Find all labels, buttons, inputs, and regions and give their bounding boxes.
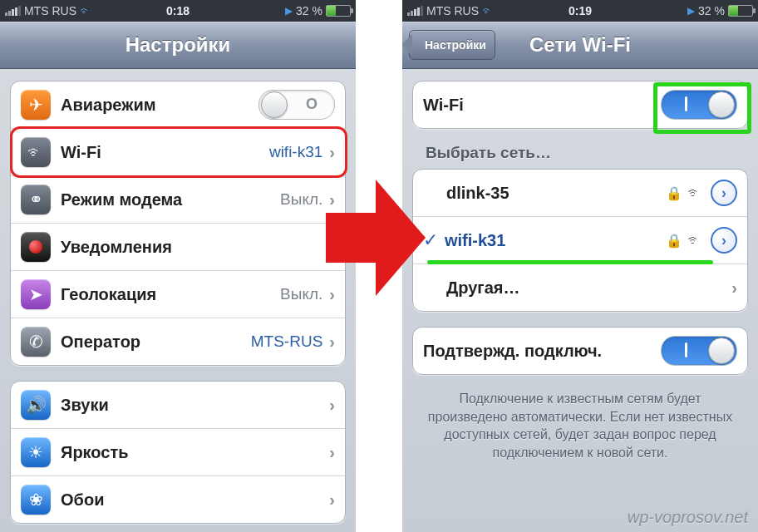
clock: 0:18: [0, 4, 356, 17]
wifi-icon: ᯤ: [21, 137, 51, 167]
network-name: wifi-k31: [445, 231, 505, 250]
row-hotspot[interactable]: ⚭ Режим модема Выкл. ›: [11, 176, 345, 224]
row-wifi[interactable]: ᯤ Wi-Fi wifi-k31 ›: [11, 129, 345, 176]
chevron-icon: ›: [329, 443, 335, 462]
row-value: wifi-k31: [269, 143, 322, 161]
row-label: Wi-Fi: [423, 96, 464, 115]
signal-strength-icon: ᯤ: [687, 185, 702, 202]
airplane-icon: ✈: [21, 90, 51, 120]
clock: 0:19: [402, 4, 758, 17]
nav-bar: Настройки: [0, 22, 356, 69]
settings-group-2: 🔊 Звуки › ☀ Яркость › ❀ Обои ›: [10, 381, 346, 524]
row-label: Подтвержд. подключ.: [423, 342, 602, 361]
lock-icon: 🔒: [666, 185, 682, 201]
row-label: Яркость: [61, 443, 129, 462]
brightness-icon: ☀: [21, 437, 51, 467]
chevron-icon: ›: [329, 190, 335, 209]
row-airplane[interactable]: ✈ Авиарежим O: [11, 81, 345, 129]
status-bar: MTS RUS ᯤ 0:19 ▶ 32 %: [402, 0, 758, 22]
chevron-icon: ›: [329, 238, 335, 257]
page-title: Настройки: [126, 33, 231, 57]
row-label: Авиарежим: [61, 96, 156, 115]
phone-icon: ✆: [21, 327, 51, 357]
signal-strength-icon: ᯤ: [687, 232, 702, 249]
nav-bar: Настройки Сети Wi-Fi: [402, 22, 758, 69]
row-label: Уведомления: [61, 238, 172, 257]
battery-icon: [728, 5, 753, 17]
footer-note: Подключение к известным сетям будет прои…: [412, 390, 748, 461]
wifi-toggle-group: Wi-Fi: [412, 81, 748, 129]
battery-icon: [326, 5, 351, 17]
wallpaper-icon: ❀: [21, 485, 51, 515]
row-location[interactable]: ➤ Геолокация Выкл. ›: [11, 271, 345, 318]
row-label: Геолокация: [61, 285, 156, 304]
ask-join-switch[interactable]: [661, 336, 737, 366]
wifi-networks-screen: MTS RUS ᯤ 0:19 ▶ 32 % Настройки Сети Wi-…: [402, 0, 758, 532]
choose-network-label: Выбрать сеть…: [426, 144, 740, 162]
watermark: wp-voprosov.net: [628, 508, 748, 527]
row-wallpaper[interactable]: ❀ Обои ›: [11, 476, 345, 523]
notifications-icon: [21, 232, 51, 262]
check-icon: ✓: [423, 229, 438, 251]
settings-group-1: ✈ Авиарежим O ᯤ Wi-Fi wifi-k31 › ⚭ Режим…: [10, 81, 346, 366]
network-row-other[interactable]: Другая… ›: [413, 264, 747, 311]
row-value: MTS-RUS: [251, 332, 323, 351]
network-name: dlink-35: [446, 184, 509, 203]
row-label: Оператор: [61, 332, 140, 352]
row-notifications[interactable]: Уведомления ›: [11, 224, 345, 271]
airplane-switch[interactable]: O: [258, 90, 335, 120]
wifi-switch[interactable]: [661, 90, 737, 120]
status-bar: MTS RUS ᯤ 0:18 ▶ 32 %: [0, 0, 356, 22]
row-carrier[interactable]: ✆ Оператор MTS-RUS ›: [11, 318, 345, 365]
lock-icon: 🔒: [666, 233, 682, 249]
networks-group: dlink-35 🔒 ᯤ › ✓ wifi-k31 🔒 ᯤ › Другая…: [412, 169, 748, 312]
row-label: Звуки: [61, 396, 109, 415]
settings-screen: MTS RUS ᯤ 0:18 ▶ 32 % Настройки ✈ Авиаре…: [0, 0, 356, 532]
row-value: Выкл.: [280, 285, 322, 303]
network-row-dlink[interactable]: dlink-35 🔒 ᯤ ›: [413, 170, 747, 217]
detail-button[interactable]: ›: [711, 180, 737, 206]
page-title: Сети Wi-Fi: [529, 33, 631, 57]
row-brightness[interactable]: ☀ Яркость ›: [11, 429, 345, 476]
row-label: Обои: [61, 490, 104, 510]
back-button[interactable]: Настройки: [409, 30, 495, 60]
chevron-icon: ›: [329, 285, 335, 304]
row-label: Wi-Fi: [61, 143, 101, 162]
chevron-icon: ›: [329, 396, 335, 415]
chevron-icon: ›: [329, 332, 335, 352]
location-icon: ➤: [21, 279, 51, 309]
network-row-wifik31[interactable]: ✓ wifi-k31 🔒 ᯤ ›: [413, 217, 747, 264]
ask-join-group: Подтвержд. подключ.: [412, 327, 748, 375]
link-icon: ⚭: [21, 185, 51, 214]
chevron-icon: ›: [329, 490, 335, 510]
row-sounds[interactable]: 🔊 Звуки ›: [11, 382, 345, 429]
row-ask-to-join[interactable]: Подтвержд. подключ.: [413, 328, 747, 374]
row-label: Режим модема: [61, 190, 182, 209]
chevron-icon: ›: [731, 278, 737, 298]
chevron-icon: ›: [329, 143, 335, 162]
row-value: Выкл.: [280, 190, 322, 209]
network-name: Другая…: [446, 278, 519, 298]
row-wifi-toggle[interactable]: Wi-Fi: [413, 81, 747, 128]
speaker-icon: 🔊: [21, 390, 51, 420]
detail-button[interactable]: ›: [711, 227, 737, 254]
